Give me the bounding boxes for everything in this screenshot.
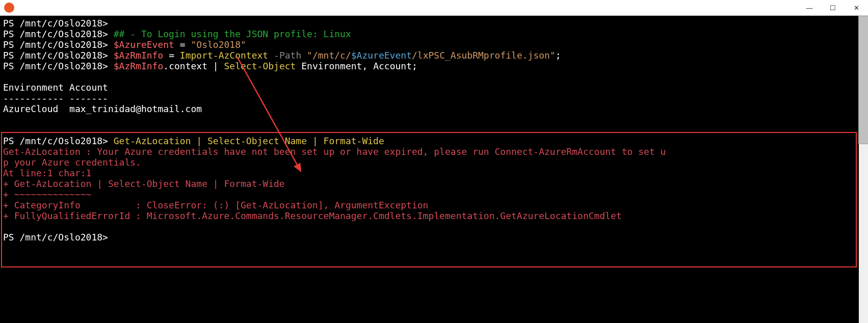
error-line: + Get-AzLocation | Select-Object Name | …: [3, 178, 285, 189]
prompt: PS /mnt/c/Oslo2018>: [3, 39, 108, 50]
terminal-window: — ☐ ✕ PS /mnt/c/Oslo2018> PS /mnt/c/Oslo…: [0, 0, 868, 323]
prompt: PS /mnt/c/Oslo2018>: [3, 232, 108, 243]
error-line: Get-AzLocation : Your Azure credentials …: [3, 146, 666, 157]
text: ;: [556, 50, 561, 61]
pipe: |: [213, 61, 219, 71]
titlebar[interactable]: — ☐ ✕: [0, 0, 868, 16]
variable-in-string: $AzureEvent: [351, 50, 412, 61]
table-row: AzureCloud max_trinidad@hotmail.com: [3, 103, 202, 114]
string: /lxPSC_AsubRMprofile.json": [412, 50, 556, 61]
text: .context: [163, 61, 213, 71]
prompt: PS /mnt/c/Oslo2018>: [3, 136, 108, 146]
variable: $AzRmInfo: [114, 50, 164, 61]
minimize-button[interactable]: —: [798, 0, 821, 15]
cmdlet: Select-Object: [219, 61, 302, 71]
error-line: + ~~~~~~~~~~~~~~: [3, 189, 91, 200]
cmdlet: Import-AzContext: [180, 50, 268, 61]
terminal-body[interactable]: PS /mnt/c/Oslo2018> PS /mnt/c/Oslo2018> …: [0, 16, 868, 323]
terminal-output: PS /mnt/c/Oslo2018> PS /mnt/c/Oslo2018> …: [0, 16, 868, 245]
error-line: At line:1 char:1: [3, 168, 91, 178]
prompt: PS /mnt/c/Oslo2018>: [3, 50, 108, 61]
string: "/mnt/c/: [307, 50, 351, 61]
scrollbar-thumb[interactable]: [858, 16, 868, 144]
text: =: [163, 50, 180, 61]
maximize-button[interactable]: ☐: [821, 0, 845, 15]
table-divider: ----------- -------: [3, 93, 108, 103]
ubuntu-icon: [4, 3, 14, 13]
string: "Oslo2018": [191, 39, 246, 50]
variable: $AzureEvent: [114, 39, 174, 50]
error-line: + FullyQualifiedErrorId : Microsoft.Azur…: [3, 210, 622, 221]
prompt: PS /mnt/c/Oslo2018>: [3, 18, 108, 29]
scrollbar[interactable]: [859, 16, 868, 323]
prompt: PS /mnt/c/Oslo2018>: [3, 29, 108, 39]
comment: ## - To Login using the JSON profile: Li…: [114, 29, 351, 39]
parameter: -Path: [268, 50, 307, 61]
command: Get-AzLocation | Select-Object Name | Fo…: [114, 136, 384, 146]
error-line: + CategoryInfo : CloseError: (:) [Get-Az…: [3, 200, 428, 210]
variable: $AzRmInfo: [114, 61, 164, 71]
close-button[interactable]: ✕: [845, 0, 868, 15]
error-line: p your Azure credentials.: [3, 157, 141, 168]
args: Environment, Account;: [301, 61, 417, 71]
table-header: Environment Account: [3, 82, 108, 93]
prompt: PS /mnt/c/Oslo2018>: [3, 61, 108, 71]
text: =: [174, 39, 191, 50]
